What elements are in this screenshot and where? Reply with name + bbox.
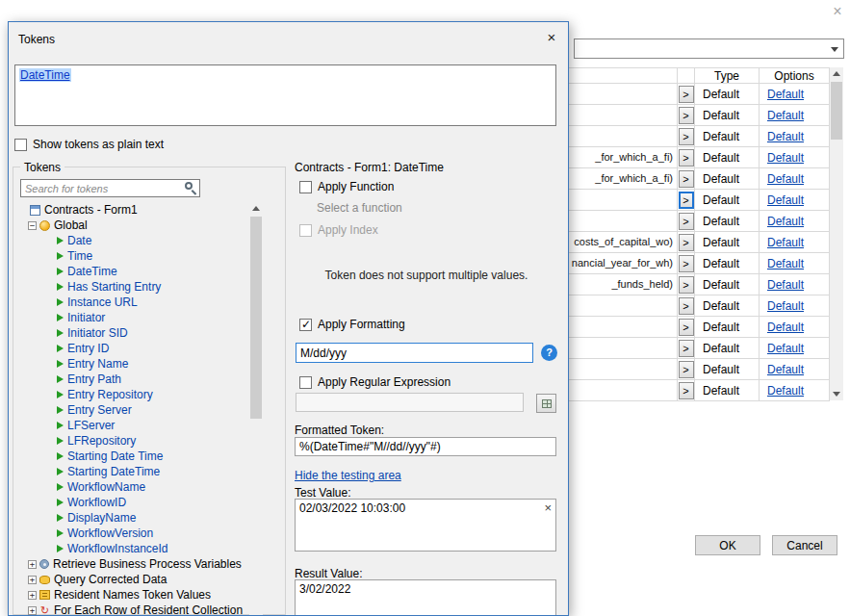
plus-expander-icon[interactable]: + <box>28 576 37 584</box>
format-input[interactable] <box>296 343 533 363</box>
tree-item[interactable]: WorkflowName <box>16 479 247 495</box>
regex-builder-button[interactable] <box>536 394 556 413</box>
tree-item[interactable]: Contracts - Form1 <box>16 202 247 218</box>
tree-item[interactable]: Starting Date Time <box>16 449 247 464</box>
expand-row-button[interactable]: > <box>679 340 694 357</box>
tree-item[interactable]: Entry Name <box>16 356 247 372</box>
options-link[interactable]: Default <box>767 321 804 334</box>
options-link[interactable]: Default <box>767 151 804 165</box>
scroll-up-icon[interactable] <box>830 67 843 80</box>
tree-item[interactable]: WorkflowVersion <box>16 526 247 541</box>
expand-row-button[interactable]: > <box>679 170 694 188</box>
expand-row-button[interactable]: > <box>679 319 694 336</box>
background-combobox[interactable] <box>574 38 844 59</box>
options-link[interactable]: Default <box>767 215 804 228</box>
apply-formatting-checkbox[interactable]: Apply Formatting <box>299 318 405 331</box>
tree-item[interactable]: Entry Server <box>16 402 247 418</box>
expand-row-button[interactable]: > <box>679 276 694 294</box>
hide-testing-area-link[interactable]: Hide the testing area <box>295 469 401 482</box>
result-value-input[interactable]: 3/02/2022 <box>295 579 556 616</box>
expand-row-button[interactable]: > <box>679 192 694 209</box>
show-plain-text-checkbox[interactable]: Show tokens as plain text <box>14 138 164 151</box>
tree-item[interactable]: Entry Repository <box>16 387 247 402</box>
expand-row-button[interactable]: > <box>679 107 694 124</box>
options-link[interactable]: Default <box>767 363 804 376</box>
scroll-down-icon[interactable] <box>830 388 843 400</box>
options-link[interactable]: Default <box>767 342 804 355</box>
minus-expander-icon[interactable]: − <box>28 221 37 230</box>
expand-row-button[interactable]: > <box>679 382 694 399</box>
options-link[interactable]: Default <box>767 299 804 313</box>
regex-input <box>296 393 524 412</box>
tree-item[interactable]: Entry Path <box>16 372 247 387</box>
expand-row-button[interactable]: > <box>679 213 694 230</box>
options-link[interactable]: Default <box>767 172 804 186</box>
checkbox-icon[interactable] <box>299 181 312 193</box>
tree-item[interactable]: LFRepository <box>16 433 247 449</box>
expand-row-button[interactable]: > <box>679 86 694 103</box>
close-icon[interactable]: × <box>542 29 561 46</box>
plus-expander-icon[interactable]: + <box>28 591 37 600</box>
expand-row-button[interactable]: > <box>679 361 694 378</box>
token-arrow-icon <box>57 545 64 552</box>
tree-item[interactable]: WorkflowInstanceId <box>16 541 247 556</box>
checkbox-icon[interactable] <box>299 376 312 389</box>
options-link[interactable]: Default <box>767 130 804 143</box>
options-link[interactable]: Default <box>767 257 804 270</box>
token-arrow-icon <box>57 499 64 506</box>
test-value-input[interactable]: 02/03/2022 10:03:00 × <box>295 499 556 552</box>
token-chip[interactable]: DateTime <box>19 68 71 82</box>
apply-regex-checkbox[interactable]: Apply Regular Expression <box>299 375 451 389</box>
tree-item[interactable]: Has Starting Entry <box>16 279 247 295</box>
tree-item[interactable]: Time <box>16 248 247 264</box>
tree-item[interactable]: DisplayName <box>16 510 247 526</box>
table-row: _for_which_a_fi)>DefaultDefault <box>539 168 830 190</box>
options-link[interactable]: Default <box>767 193 804 207</box>
tree-item[interactable]: Date <box>16 233 247 248</box>
options-link[interactable]: Default <box>767 236 804 249</box>
options-link[interactable]: Default <box>767 384 804 398</box>
token-expression-box[interactable]: DateTime <box>14 64 556 126</box>
clear-icon[interactable]: × <box>544 500 552 515</box>
ok-button[interactable]: OK <box>695 535 760 555</box>
tree-scrollbar[interactable] <box>249 202 263 616</box>
table-scrollbar[interactable] <box>830 67 843 400</box>
token-arrow-icon <box>57 529 64 537</box>
tree-item[interactable]: LFServer <box>16 418 247 433</box>
options-link[interactable]: Default <box>767 88 804 101</box>
expand-row-button[interactable]: > <box>679 297 694 315</box>
tree-item[interactable]: +For Each Row of Resident Collection <box>16 603 247 616</box>
expand-row-button[interactable]: > <box>679 255 694 272</box>
options-link[interactable]: Default <box>767 278 804 292</box>
options-link[interactable]: Default <box>767 109 804 122</box>
checkbox-icon[interactable] <box>14 139 27 151</box>
scrollbar-thumb[interactable] <box>831 82 842 140</box>
cancel-button[interactable]: Cancel <box>772 535 837 555</box>
expand-row-button[interactable]: > <box>679 128 694 145</box>
table-body: >DefaultDefault>DefaultDefault>DefaultDe… <box>539 84 830 401</box>
window-close-icon[interactable]: × <box>828 3 847 20</box>
checkbox-checked-icon[interactable] <box>299 319 312 331</box>
help-icon[interactable]: ? <box>541 345 557 361</box>
tree-item[interactable]: Instance URL <box>16 295 247 310</box>
tree-item[interactable]: +Retrieve Business Process Variables <box>16 556 247 572</box>
tree-item[interactable]: +Resident Names Token Values <box>16 587 247 603</box>
tree-item[interactable]: DateTime <box>16 264 247 279</box>
plus-expander-icon[interactable]: + <box>28 560 37 569</box>
scrollbar-thumb[interactable] <box>250 217 262 419</box>
tree-item[interactable]: +Query Corrected Data <box>16 572 247 587</box>
tree-item[interactable]: WorkflowID <box>16 495 247 510</box>
type-cell: Default <box>695 380 760 400</box>
apply-function-checkbox[interactable]: Apply Function <box>299 180 394 193</box>
expand-row-button[interactable]: > <box>679 149 694 167</box>
table-row: >DefaultDefault <box>539 105 830 126</box>
plus-expander-icon[interactable]: + <box>28 606 37 615</box>
scroll-up-icon[interactable] <box>249 202 263 215</box>
tree-item[interactable]: Initiator <box>16 310 247 325</box>
search-input[interactable] <box>20 179 200 197</box>
tree-item[interactable]: Initiator SID <box>16 325 247 341</box>
tree-item[interactable]: Entry ID <box>16 341 247 356</box>
expand-row-button[interactable]: > <box>679 234 694 251</box>
tree-item[interactable]: Starting DateTime <box>16 464 247 479</box>
tree-item[interactable]: −Global <box>16 218 247 233</box>
